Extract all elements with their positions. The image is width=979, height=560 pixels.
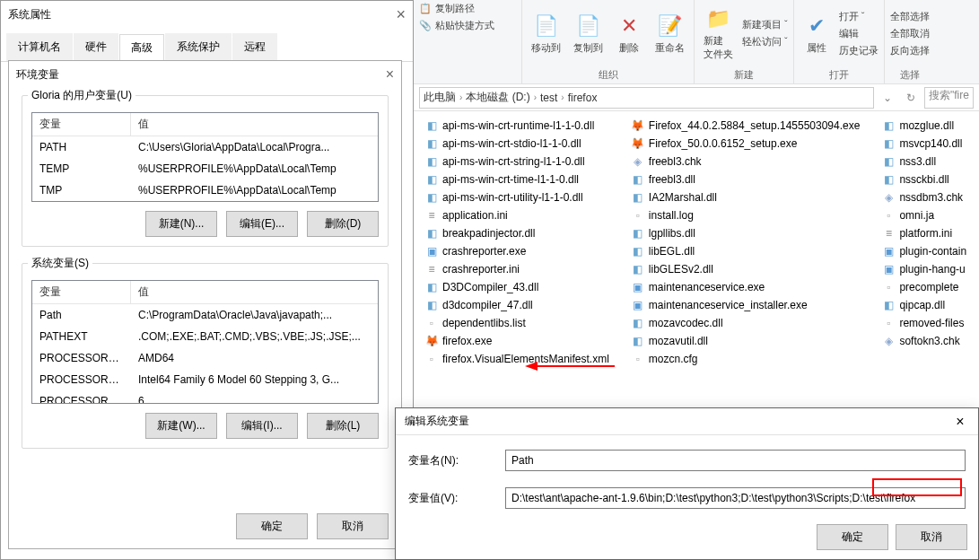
dropdown-icon[interactable]: ⌄	[878, 88, 897, 108]
file-item[interactable]: ◧mozglue.dll	[878, 117, 970, 135]
file-item[interactable]: ◧libEGL.dll	[627, 242, 864, 260]
chevron-right-icon[interactable]: ›	[559, 92, 565, 102]
column-header-variable[interactable]: 变量	[32, 281, 131, 303]
delete-sys-var-button[interactable]: 删除(L)	[307, 413, 379, 439]
breadcrumb[interactable]: 此电脑 › 本地磁盘 (D:) › test › firefox	[419, 87, 874, 109]
breadcrumb-dir2[interactable]: firefox	[568, 92, 598, 104]
tab-system-protection[interactable]: 系统保护	[165, 33, 232, 61]
chevron-right-icon[interactable]: ›	[458, 92, 464, 102]
copy-to-button[interactable]: 📄复制到	[570, 11, 607, 57]
invert-selection[interactable]: 反向选择	[890, 44, 930, 57]
column-header-variable[interactable]: 变量	[32, 113, 131, 136]
file-item[interactable]: ◧api-ms-win-crt-stdio-l1-1-0.dll	[421, 135, 613, 153]
tab-advanced[interactable]: 高级	[119, 34, 164, 62]
file-item[interactable]: ▫precomplete	[878, 278, 970, 296]
refresh-icon[interactable]: ↻	[901, 88, 921, 108]
file-item[interactable]: ▣maintenanceservice.exe	[627, 278, 864, 296]
file-item[interactable]: ▫dependentlibs.list	[421, 314, 613, 332]
close-icon[interactable]: ×	[942, 408, 978, 435]
edit-user-var-button[interactable]: 编辑(E)...	[226, 211, 298, 237]
breadcrumb-drive[interactable]: 本地磁盘 (D:)	[466, 90, 529, 105]
column-header-value[interactable]: 值	[131, 113, 378, 136]
file-item[interactable]: ▣crashreporter.exe	[421, 242, 613, 260]
file-item[interactable]: ▫omni.ja	[878, 206, 970, 224]
table-row[interactable]: TEMP%USERPROFILE%\AppData\Local\Temp	[32, 158, 378, 179]
open-menu[interactable]: 打开 ˇ	[839, 10, 878, 23]
delete-user-var-button[interactable]: 删除(D)	[307, 211, 379, 237]
file-item[interactable]: ▫firefox.VisualElementsManifest.xml	[421, 350, 613, 368]
table-row[interactable]: PROCESSOR_LEV...6	[32, 390, 378, 403]
breadcrumb-dir1[interactable]: test	[540, 92, 557, 104]
tab-remote[interactable]: 远程	[232, 33, 277, 61]
easy-access[interactable]: 轻松访问 ˇ	[742, 35, 788, 48]
file-item[interactable]: ≡application.ini	[421, 206, 613, 224]
delete-button[interactable]: ✕删除	[612, 11, 646, 57]
table-row[interactable]: PROCESSOR_AR...AMD64	[32, 347, 378, 369]
table-row[interactable]: PATHC:\Users\Gloria\AppData\Local\Progra…	[32, 136, 378, 158]
file-item[interactable]: ◧lgpllibs.dll	[627, 224, 864, 242]
file-item[interactable]: ◈freebl3.chk	[627, 153, 864, 171]
edit-file[interactable]: 编辑	[839, 27, 878, 40]
properties-button[interactable]: ✔属性	[800, 11, 834, 57]
file-item[interactable]: ◧qipcap.dll	[878, 296, 970, 314]
cancel-button[interactable]: 取消	[317, 513, 389, 539]
file-item[interactable]: ◧mozavcodec.dll	[627, 314, 864, 332]
file-item[interactable]: ≡crashreporter.ini	[421, 260, 613, 278]
tab-computer-name[interactable]: 计算机名	[6, 33, 73, 61]
move-to-button[interactable]: 📄移动到	[528, 11, 564, 57]
table-row[interactable]: PathC:\ProgramData\Oracle\Java\javapath;…	[32, 304, 378, 326]
file-item[interactable]: ◧mozavutil.dll	[627, 332, 864, 350]
new-folder-button[interactable]: 📁新建 文件夹	[700, 4, 737, 63]
variable-name-input[interactable]	[505, 450, 966, 471]
file-item[interactable]: ◧breakpadinjector.dll	[421, 224, 613, 242]
select-all[interactable]: 全部选择	[890, 10, 930, 23]
file-item[interactable]: ◧IA2Marshal.dll	[627, 188, 864, 206]
history[interactable]: 历史记录	[839, 44, 878, 57]
rename-button[interactable]: 📝重命名	[651, 11, 688, 57]
file-item[interactable]: ▫removed-files	[878, 314, 970, 332]
file-item[interactable]: ≡platform.ini	[878, 224, 970, 242]
close-icon[interactable]: ×	[396, 5, 406, 24]
breadcrumb-root[interactable]: 此电脑	[424, 90, 456, 105]
table-row[interactable]: PATHEXT.COM;.EXE;.BAT;.CMD;.VBS;.VBE;.JS…	[32, 326, 378, 347]
file-item[interactable]: ◧nss3.dll	[878, 153, 970, 171]
file-item[interactable]: ◧api-ms-win-crt-time-l1-1-0.dll	[421, 171, 613, 188]
close-icon[interactable]: ×	[386, 66, 394, 83]
new-item[interactable]: 新建项目 ˇ	[742, 18, 788, 31]
file-item[interactable]: ▣plugin-hang-u	[878, 260, 970, 278]
file-item[interactable]: ◧nssckbi.dll	[878, 171, 970, 188]
ok-button[interactable]: 确定	[236, 513, 308, 539]
file-item[interactable]: ▫install.log	[627, 206, 864, 224]
tab-hardware[interactable]: 硬件	[74, 33, 118, 61]
column-header-value[interactable]: 值	[131, 281, 378, 303]
edit-sys-var-button[interactable]: 编辑(I)...	[226, 413, 298, 439]
table-row[interactable]: PROCESSOR_IDE...Intel64 Family 6 Model 6…	[32, 369, 378, 390]
search-input[interactable]: 搜索"fire	[924, 87, 974, 109]
file-item[interactable]: ◧api-ms-win-crt-runtime-l1-1-0.dll	[421, 117, 613, 135]
file-item[interactable]: ▫mozcn.cfg	[627, 350, 864, 368]
file-item[interactable]: ◈nssdbm3.chk	[878, 188, 970, 206]
new-user-var-button[interactable]: 新建(N)...	[145, 211, 217, 237]
file-item[interactable]: 🦊Firefox_50.0.0.6152_setup.exe	[627, 135, 864, 153]
chevron-right-icon[interactable]: ›	[532, 92, 538, 102]
file-item[interactable]: ◧freebl3.dll	[627, 171, 864, 188]
file-item[interactable]: ◧api-ms-win-crt-string-l1-1-0.dll	[421, 153, 613, 171]
file-item[interactable]: ▣plugin-contain	[878, 242, 970, 260]
file-item[interactable]: ◧D3DCompiler_43.dll	[421, 278, 613, 296]
file-item[interactable]: ◧msvcp140.dll	[878, 135, 970, 153]
ok-button[interactable]: 确定	[817, 524, 888, 550]
file-item[interactable]: ◧api-ms-win-crt-utility-l1-1-0.dll	[421, 188, 613, 206]
new-sys-var-button[interactable]: 新建(W)...	[145, 413, 217, 439]
file-item[interactable]: 🦊firefox.exe	[421, 332, 613, 350]
table-row[interactable]: TMP%USERPROFILE%\AppData\Local\Temp	[32, 179, 378, 201]
file-item[interactable]: ◈softokn3.chk	[878, 332, 970, 350]
cancel-button[interactable]: 取消	[896, 524, 967, 550]
select-none[interactable]: 全部取消	[890, 27, 930, 40]
file-item[interactable]: 🦊Firefox_44.0.2.5884_setup.1455503094.ex…	[627, 117, 864, 135]
file-item[interactable]: ◧d3dcompiler_47.dll	[421, 296, 613, 314]
copy-path[interactable]: 📋复制路径	[419, 2, 516, 15]
variable-value-input[interactable]	[505, 487, 966, 509]
file-item[interactable]: ▣maintenanceservice_installer.exe	[627, 296, 864, 314]
paste-shortcut[interactable]: 📎粘贴快捷方式	[419, 19, 516, 32]
file-item[interactable]: ◧libGLESv2.dll	[627, 260, 864, 278]
